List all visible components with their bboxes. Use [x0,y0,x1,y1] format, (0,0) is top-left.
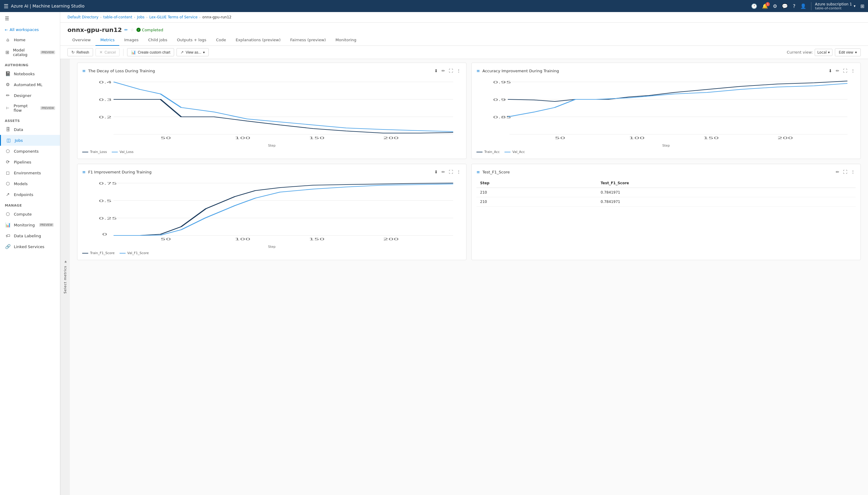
sidebar-item-pipelines[interactable]: ⟳ Pipelines [0,157,60,167]
account-name: Azure subscription 1 [815,2,852,6]
chart3-more-btn[interactable]: ⋮ [456,169,461,175]
chart3-download-btn[interactable]: ⬇ [434,169,439,175]
chart1-more-btn[interactable]: ⋮ [456,68,461,74]
chart1-header: ≡ The Decay of Loss During Training ⬇ ✏ … [82,68,461,74]
svg-text:0: 0 [102,233,107,236]
chart1-download-btn[interactable]: ⬇ [434,68,439,74]
svg-text:100: 100 [235,238,250,241]
sidebar-item-jobs[interactable]: ◫ Jobs [0,135,60,146]
chart2-expand-btn[interactable]: ⛶ [843,68,848,74]
tab-explanations[interactable]: Explanations (preview) [231,35,285,46]
tab-images[interactable]: Images [119,35,143,46]
sidebar-item-automated-ml[interactable]: ⚙ Automated ML [0,79,60,90]
cancel-button[interactable]: ✕ Cancel [96,48,120,56]
svg-text:0.25: 0.25 [99,217,117,220]
data-labeling-icon: 🏷 [5,233,11,238]
sidebar-item-home[interactable]: ⌂ Home [0,34,60,45]
favorite-star-icon[interactable]: ☆ [131,28,134,32]
sidebar-item-compute[interactable]: ⬡ Compute [0,209,60,220]
sidebar: ☰ ← All workspaces ⌂ Home ⊞ Model catalo… [0,12,60,495]
table-row: 210 0.7841971 [476,197,856,207]
row2-score: 0.7841971 [597,197,856,207]
edit-view-chevron-icon: ▾ [855,50,857,54]
sidebar-hamburger[interactable]: ☰ [0,12,60,25]
breadcrumb-lex-glue[interactable]: Lex-GLUE Terms of Service [149,15,198,19]
designer-icon: ✏ [5,93,11,98]
breadcrumb-default-directory[interactable]: Default Directory [67,15,99,19]
expand-arrow-icon: » [63,260,68,263]
table-col-step: Step [476,178,597,188]
chart-decay-loss: ≡ The Decay of Loss During Training ⬇ ✏ … [77,63,466,159]
chart2-line-icon: ≡ [476,68,480,73]
account-chevron-icon[interactable]: ▾ [854,4,856,8]
tab-outputs-logs[interactable]: Outputs + logs [172,35,211,46]
feedback-icon[interactable]: 💬 [782,3,788,9]
notification-badge: 1 [766,2,770,6]
local-view-select[interactable]: Local ▾ [815,49,832,56]
chart1-title: The Decay of Loss During Training [88,69,155,73]
chart1-legend-val: Val_Loss [112,150,133,154]
chart4-more-btn[interactable]: ⋮ [850,169,856,175]
chart-accuracy: ≡ Accuracy Improvement During Training ⬇… [471,63,861,159]
chart3-expand-btn[interactable]: ⛶ [448,169,454,175]
charts-with-panel: Select metrics » ≡ The Decay of Loss Dur… [60,59,868,495]
compute-icon: ⬡ [5,211,11,217]
back-to-workspaces[interactable]: ← All workspaces [0,25,60,34]
grid-icon[interactable]: ⊞ [861,3,864,9]
sidebar-item-models[interactable]: ⬡ Models [0,178,60,189]
help-icon[interactable]: ? [793,3,796,9]
chart2-edit-btn[interactable]: ✏ [835,68,840,74]
sidebar-item-prompt-flow[interactable]: ⊢ Prompt flow PREVIEW [0,101,60,115]
history-icon[interactable]: 🕐 [751,3,757,9]
sidebar-item-model-catalog[interactable]: ⊞ Model catalog PREVIEW [0,45,60,59]
chart2-download-btn[interactable]: ⬇ [828,68,833,74]
account-section[interactable]: Azure subscription 1 table-of-content ▾ [811,2,856,10]
select-metrics-panel[interactable]: Select metrics » [60,59,70,495]
tab-metrics[interactable]: Metrics [96,35,119,46]
breadcrumb-table-of-content[interactable]: table-of-content [103,15,132,19]
svg-text:150: 150 [703,136,719,140]
sidebar-item-endpoints[interactable]: ↗ Endpoints [0,189,60,200]
refresh-button[interactable]: ↻ Refresh [67,48,93,56]
tab-code[interactable]: Code [211,35,231,46]
edit-title-icon[interactable]: ✏ [124,28,128,32]
authoring-section-label: Authoring [0,59,60,68]
sidebar-item-linked-services[interactable]: 🔗 Linked Services [0,241,60,252]
sidebar-item-notebooks[interactable]: 📓 Notebooks [0,68,60,79]
chart3-header: ≡ F1 Improvement During Training ⬇ ✏ ⛶ ⋮ [82,169,461,175]
chart4-edit-btn[interactable]: ✏ [835,169,840,175]
breadcrumb-jobs[interactable]: Jobs [137,15,144,19]
chart3-edit-btn[interactable]: ✏ [441,169,446,175]
tab-fairness[interactable]: Fairness (preview) [286,35,331,46]
local-chevron-icon: ▾ [828,50,830,54]
manage-section-label: Manage [0,200,60,209]
tab-child-jobs[interactable]: Child jobs [143,35,172,46]
svg-text:200: 200 [383,238,399,241]
chart1-expand-btn[interactable]: ⛶ [448,68,454,74]
notebooks-icon: 📓 [5,71,11,76]
sidebar-item-data-labeling[interactable]: 🏷 Data Labeling [0,231,60,241]
svg-text:150: 150 [309,136,325,140]
sidebar-item-designer[interactable]: ✏ Designer [0,90,60,101]
sidebar-item-monitoring[interactable]: 📊 Monitoring PREVIEW [0,220,60,231]
breadcrumb: Default Directory › table-of-content › J… [60,12,868,22]
chart2-title: Accuracy Improvement During Training [482,69,559,73]
view-as-button[interactable]: ↗ View as... ▾ [176,48,209,56]
tab-overview[interactable]: Overview [67,35,96,46]
edit-view-button[interactable]: Edit view ▾ [835,49,861,56]
sidebar-item-data[interactable]: 🗄 Data [0,124,60,135]
page-header: onnx-gpu-run12 ✏ ☆ ✓ Completed [60,22,868,35]
chart4-expand-btn[interactable]: ⛶ [843,169,848,175]
svg-text:200: 200 [383,136,399,140]
bell-icon[interactable]: 🔔 1 [762,3,768,9]
tab-monitoring[interactable]: Monitoring [331,35,361,46]
user-icon[interactable]: 👤 [800,3,806,9]
chart2-more-btn[interactable]: ⋮ [850,68,856,74]
settings-icon[interactable]: ⚙ [773,3,777,9]
chart1-edit-btn[interactable]: ✏ [441,68,446,74]
sidebar-item-components[interactable]: ⬡ Components [0,146,60,157]
create-chart-button[interactable]: 📊 Create custom chart [127,48,174,56]
status-text: Completed [142,28,163,32]
sidebar-item-environments[interactable]: ◻ Environments [0,167,60,178]
hamburger-icon[interactable]: ☰ [4,3,8,9]
